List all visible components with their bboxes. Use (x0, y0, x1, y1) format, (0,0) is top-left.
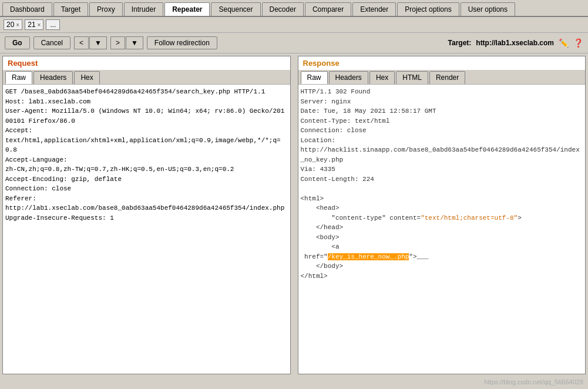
go-button[interactable]: Go (5, 36, 30, 49)
response-sub-tabs: Raw Headers Hex HTML Render (298, 70, 586, 85)
toolbar: Go Cancel < ▼ > ▼ Follow redirection Tar… (0, 33, 588, 53)
tab-number-20[interactable]: 20 × (4, 19, 22, 30)
tab-number-21-label: 21 (28, 21, 35, 29)
target-label: Target: (448, 39, 472, 47)
response-panel: Response Raw Headers Hex HTML Render HTT… (298, 56, 586, 374)
tab-number-20-label: 20 (6, 21, 14, 29)
help-icon[interactable]: ❓ (573, 38, 583, 48)
nav-forward-group: > ▼ (110, 36, 143, 49)
response-tab-html[interactable]: HTML (396, 71, 428, 84)
follow-redirection-button[interactable]: Follow redirection (147, 36, 217, 49)
tab-comparer[interactable]: Comparer (305, 2, 351, 16)
tab-close-21[interactable]: × (38, 22, 41, 28)
target-url: http://lab1.xseclab.com (476, 39, 554, 47)
nav-tabs: Dashboard Target Proxy Intruder Repeater… (0, 0, 588, 17)
back-dropdown-button[interactable]: ▼ (89, 36, 107, 49)
request-tab-headers[interactable]: Headers (33, 71, 73, 84)
tab-close-20[interactable]: × (16, 22, 19, 28)
request-content[interactable]: GET /base8_0abd63aa54bef0464289d6a42465f… (3, 85, 290, 374)
cancel-button[interactable]: Cancel (33, 36, 70, 49)
tab-proxy[interactable]: Proxy (89, 2, 123, 16)
tab-extender[interactable]: Extender (352, 2, 396, 16)
target-info: Target: http://lab1.xseclab.com ✏️ ❓ (448, 38, 583, 48)
tab-project-options[interactable]: Project options (397, 2, 459, 16)
forward-button[interactable]: > (110, 36, 125, 49)
response-tab-hex[interactable]: Hex (369, 71, 395, 84)
request-panel: Request Raw Headers Hex GET /base8_0abd6… (2, 56, 291, 374)
panel-divider[interactable] (293, 53, 295, 377)
request-header: Request (3, 56, 290, 70)
tab-number-row: 20 × 21 × ... (0, 17, 588, 33)
tab-sequencer[interactable]: Sequencer (211, 2, 260, 16)
nav-back-group: < ▼ (74, 36, 107, 49)
request-tab-hex[interactable]: Hex (74, 71, 99, 84)
main-content: Request Raw Headers Hex GET /base8_0abd6… (0, 53, 588, 377)
tab-intruder[interactable]: Intruder (124, 2, 163, 16)
forward-dropdown-button[interactable]: ▼ (126, 36, 143, 49)
tab-dashboard[interactable]: Dashboard (2, 2, 52, 16)
tab-user-options[interactable]: User options (461, 2, 515, 16)
tab-ellipsis[interactable]: ... (46, 19, 60, 30)
response-header: Response (298, 56, 586, 70)
request-sub-tabs: Raw Headers Hex (3, 70, 290, 85)
response-tab-render[interactable]: Render (429, 71, 465, 84)
tab-target[interactable]: Target (53, 2, 88, 16)
request-tab-raw[interactable]: Raw (5, 71, 32, 84)
tab-number-21[interactable]: 21 × (25, 19, 43, 30)
tab-repeater[interactable]: Repeater (164, 2, 210, 16)
response-content[interactable]: HTTP/1.1 302 Found Server: nginx Date: T… (298, 85, 586, 374)
tab-decoder[interactable]: Decoder (262, 2, 304, 16)
edit-icon[interactable]: ✏️ (559, 38, 569, 48)
response-tab-headers[interactable]: Headers (329, 71, 368, 84)
back-button[interactable]: < (74, 36, 89, 49)
response-tab-raw[interactable]: Raw (301, 71, 328, 84)
